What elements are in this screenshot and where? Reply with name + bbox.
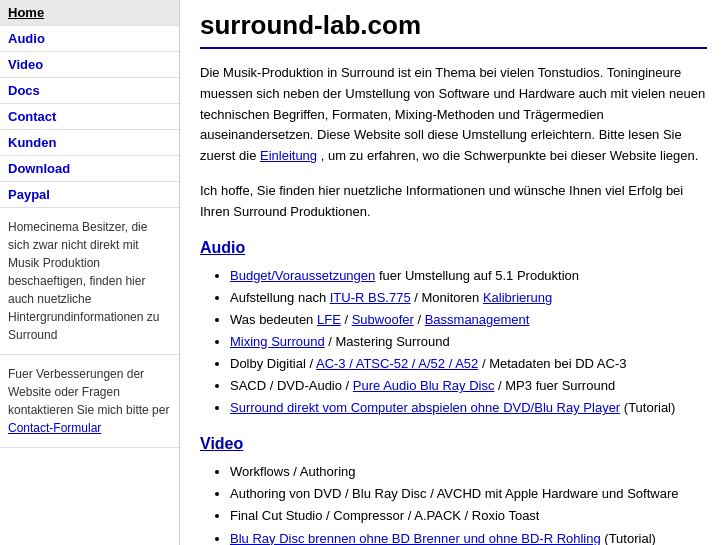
list-item: SACD / DVD-Audio / Pure Audio Blu Ray Di… bbox=[230, 375, 707, 397]
video-section-title[interactable]: Video bbox=[200, 435, 707, 453]
sidebar-nav-docs[interactable]: Docs bbox=[0, 78, 179, 104]
list-item: Workflows / Authoring bbox=[230, 461, 707, 483]
kalibrierung-link[interactable]: Kalibrierung bbox=[483, 290, 552, 305]
list-item: Mixing Surround / Mastering Surround bbox=[230, 331, 707, 353]
itu-link[interactable]: ITU-R BS.775 bbox=[330, 290, 411, 305]
list-item: Blu Ray Disc brennen ohne BD Brenner und… bbox=[230, 528, 707, 545]
pure-audio-link[interactable]: Pure Audio Blu Ray Disc bbox=[353, 378, 495, 393]
site-title: surround-lab.com bbox=[200, 10, 707, 49]
budget-link[interactable]: Budget/Voraussetzungen bbox=[230, 268, 375, 283]
list-item: Authoring von DVD / Blu Ray Disc / AVCHD… bbox=[230, 483, 707, 505]
video-list: Workflows / Authoring Authoring von DVD … bbox=[200, 461, 707, 545]
list-item: Was bedeuten LFE / Subwoofer / Bassmanag… bbox=[230, 309, 707, 331]
mixing-surround-link[interactable]: Mixing Surround bbox=[230, 334, 325, 349]
sidebar-nav-video[interactable]: Video bbox=[0, 52, 179, 78]
list-item: Final Cut Studio / Compressor / A.PACK /… bbox=[230, 505, 707, 527]
sidebar-improve: Fuer Verbesserungen der Website oder Fra… bbox=[0, 355, 179, 448]
blu-ray-brennen-link[interactable]: Blu Ray Disc brennen ohne BD Brenner und… bbox=[230, 531, 601, 545]
sidebar-nav-home[interactable]: Home bbox=[0, 0, 179, 26]
subwoofer-link[interactable]: Subwoofer bbox=[352, 312, 414, 327]
sidebar-improve-text: Fuer Verbesserungen der Website oder Fra… bbox=[8, 367, 169, 417]
sidebar-nav-audio[interactable]: Audio bbox=[0, 26, 179, 52]
sidebar-nav-kunden[interactable]: Kunden bbox=[0, 130, 179, 156]
hope-paragraph: Ich hoffe, Sie finden hier nuetzliche In… bbox=[200, 181, 707, 223]
ac3-link[interactable]: AC-3 / ATSC-52 / A/52 / A52 bbox=[316, 356, 478, 371]
lfe-link[interactable]: LFE bbox=[317, 312, 341, 327]
bassmanagement-link[interactable]: Bassmanagement bbox=[425, 312, 530, 327]
list-item: Aufstellung nach ITU-R BS.775 / Monitore… bbox=[230, 287, 707, 309]
sidebar-info-text: Homecinema Besitzer, die sich zwar nicht… bbox=[8, 220, 159, 342]
list-item: Dolby Digitial / AC-3 / ATSC-52 / A/52 /… bbox=[230, 353, 707, 375]
sidebar: HomeAudioVideoDocsContactKundenDownloadP… bbox=[0, 0, 180, 545]
intro-text-after: , um zu erfahren, wo die Schwerpunkte be… bbox=[321, 148, 699, 163]
sidebar-nav-paypal[interactable]: Paypal bbox=[0, 182, 179, 208]
sidebar-nav-download[interactable]: Download bbox=[0, 156, 179, 182]
audio-section-title[interactable]: Audio bbox=[200, 239, 707, 257]
audio-list: Budget/Voraussetzungen fuer Umstellung a… bbox=[200, 265, 707, 420]
sidebar-info: Homecinema Besitzer, die sich zwar nicht… bbox=[0, 208, 179, 355]
sidebar-nav-contact[interactable]: Contact bbox=[0, 104, 179, 130]
main-content: surround-lab.com Die Musik-Produktion in… bbox=[180, 0, 727, 545]
contact-formular-link[interactable]: Contact-Formular bbox=[8, 421, 101, 435]
surround-computer-link[interactable]: Surround direkt vom Computer abspielen o… bbox=[230, 400, 620, 415]
intro-paragraph: Die Musik-Produktion in Surround ist ein… bbox=[200, 63, 707, 167]
list-item: Budget/Voraussetzungen fuer Umstellung a… bbox=[230, 265, 707, 287]
list-item: Surround direkt vom Computer abspielen o… bbox=[230, 397, 707, 419]
einleitung-link[interactable]: Einleitung bbox=[260, 148, 317, 163]
